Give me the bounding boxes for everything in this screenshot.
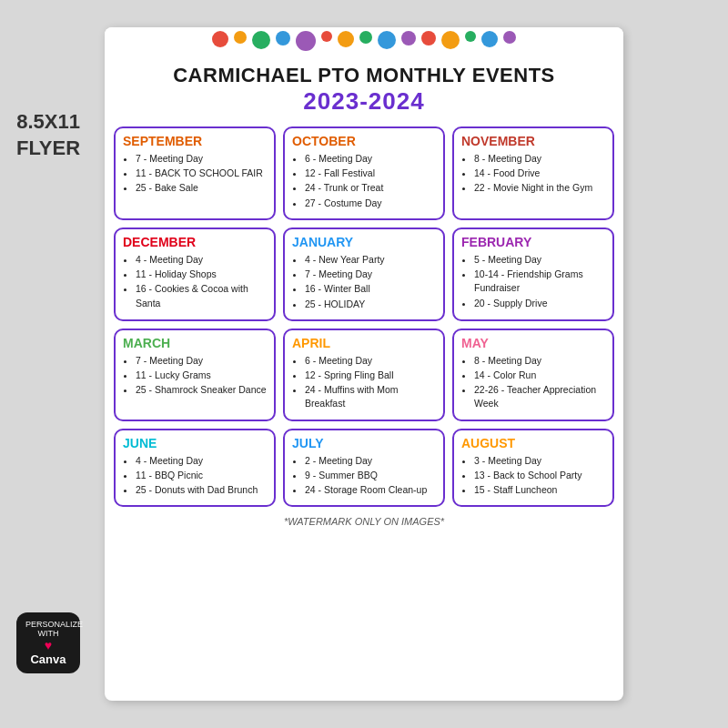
event-item: 15 - Staff Luncheon (474, 483, 605, 497)
flyer: CARMICHAEL PTO MONTHLY EVENTS 2023-2024 … (105, 27, 623, 701)
personalize-text: PERSONALIZE WITH (25, 620, 71, 638)
decoration-dot (338, 31, 354, 47)
month-box: SEPTEMBER7 - Meeting Day11 - BACK TO SCH… (114, 126, 276, 220)
event-item: 20 - Supply Drive (474, 297, 605, 310)
event-item: 11 - BACK TO SCHOOL FAIR (136, 167, 267, 180)
event-item: 4 - Meeting Day (136, 454, 267, 468)
event-item: 6 - Meeting Day (305, 354, 436, 368)
event-list: 4 - Meeting Day11 - Holiday Shops16 - Co… (123, 253, 267, 310)
month-name: MARCH (123, 336, 267, 350)
month-name: MAY (461, 336, 605, 350)
decoration-dot (503, 31, 516, 44)
month-name: DECEMBER (123, 235, 267, 249)
decoration-dot (481, 31, 498, 47)
event-list: 8 - Meeting Day14 - Color Run22-26 - Tea… (461, 354, 605, 411)
event-item: 12 - Spring Fling Ball (305, 369, 436, 382)
event-list: 6 - Meeting Day12 - Spring Fling Ball24 … (292, 354, 436, 411)
canva-text: Canva (25, 652, 71, 666)
event-item: 8 - Meeting Day (474, 152, 605, 166)
canva-badge: PERSONALIZE WITH ♥ Canva (16, 612, 80, 673)
size-label: 8.5X11 (16, 109, 80, 136)
watermark: *WATERMARK ONLY ON IMAGES* (105, 512, 623, 529)
type-label: FLYER (16, 136, 80, 162)
event-item: 11 - Lucky Grams (136, 369, 267, 382)
month-name: NOVEMBER (461, 134, 605, 148)
decoration-dot (252, 31, 270, 49)
month-box: FEBRUARY5 - Meeting Day10-14 - Friendshi… (452, 228, 614, 321)
decoration-dot (378, 31, 396, 49)
event-item: 25 - Shamrock Sneaker Dance (136, 383, 267, 397)
event-list: 2 - Meeting Day9 - Summer BBQ24 - Storag… (292, 454, 436, 498)
event-item: 27 - Costume Day (305, 197, 436, 210)
event-item: 11 - Holiday Shops (136, 268, 267, 281)
event-list: 4 - New Year Party7 - Meeting Day16 - Wi… (292, 253, 436, 311)
main-title: CARMICHAEL PTO MONTHLY EVENTS (114, 64, 614, 87)
decoration-dot (234, 31, 247, 44)
event-item: 14 - Food Drive (474, 167, 605, 180)
decoration-dot (321, 31, 332, 42)
event-item: 10-14 - Friendship Grams Fundraiser (474, 268, 605, 295)
event-item: 24 - Trunk or Treat (305, 181, 436, 195)
decoration-dot (296, 31, 316, 51)
event-item: 5 - Meeting Day (474, 253, 605, 267)
event-item: 9 - Summer BBQ (305, 469, 436, 482)
months-grid: SEPTEMBER7 - Meeting Day11 - BACK TO SCH… (105, 121, 623, 512)
event-item: 3 - Meeting Day (474, 454, 605, 468)
decoration-dot (212, 31, 228, 47)
event-list: 5 - Meeting Day10-14 - Friendship Grams … (461, 253, 605, 310)
decoration-dot (359, 31, 372, 44)
event-item: 25 - HOLIDAY (305, 298, 436, 311)
event-item: 6 - Meeting Day (305, 152, 436, 166)
month-box: OCTOBER6 - Meeting Day12 - Fall Festival… (283, 126, 445, 220)
event-item: 16 - Winter Ball (305, 282, 436, 296)
event-list: 7 - Meeting Day11 - Lucky Grams25 - Sham… (123, 354, 267, 398)
event-item: 22-26 - Teacher Appreciation Week (474, 383, 605, 410)
event-list: 8 - Meeting Day14 - Food Drive22 - Movie… (461, 152, 605, 196)
decoration-dot (276, 31, 290, 46)
event-item: 14 - Color Run (474, 369, 605, 382)
event-item: 7 - Meeting Day (136, 152, 267, 166)
event-item: 4 - Meeting Day (136, 253, 267, 267)
event-item: 7 - Meeting Day (305, 268, 436, 281)
month-box: JULY2 - Meeting Day9 - Summer BBQ24 - St… (283, 429, 445, 508)
event-list: 3 - Meeting Day13 - Back to School Party… (461, 454, 605, 498)
left-label: 8.5X11 FLYER (16, 109, 80, 161)
event-item: 11 - BBQ Picnic (136, 469, 267, 482)
month-box: DECEMBER4 - Meeting Day11 - Holiday Shop… (114, 228, 276, 321)
event-item: 22 - Movie Night in the Gym (474, 181, 605, 195)
month-box: APRIL6 - Meeting Day12 - Spring Fling Ba… (283, 329, 445, 421)
decoration-dot (401, 31, 416, 46)
month-name: JULY (292, 436, 436, 450)
header: CARMICHAEL PTO MONTHLY EVENTS 2023-2024 (105, 27, 623, 121)
decoration-dot (441, 31, 460, 49)
decoration-dot (465, 31, 476, 42)
event-item: 12 - Fall Festival (305, 167, 436, 180)
month-name: AUGUST (461, 436, 605, 450)
event-list: 4 - Meeting Day11 - BBQ Picnic25 - Donut… (123, 454, 267, 498)
event-item: 7 - Meeting Day (136, 354, 267, 368)
event-list: 7 - Meeting Day11 - BACK TO SCHOOL FAIR2… (123, 152, 267, 196)
month-name: SEPTEMBER (123, 134, 267, 148)
month-box: NOVEMBER8 - Meeting Day14 - Food Drive22… (452, 126, 614, 220)
decoration-dot (421, 31, 436, 46)
month-name: JANUARY (292, 235, 436, 249)
month-box: AUGUST3 - Meeting Day13 - Back to School… (452, 429, 614, 508)
heart-icon: ♥ (25, 638, 71, 652)
month-name: OCTOBER (292, 134, 436, 148)
month-name: JUNE (123, 436, 267, 450)
event-item: 13 - Back to School Party (474, 469, 605, 482)
sub-title: 2023-2024 (114, 87, 614, 116)
month-box: MARCH7 - Meeting Day11 - Lucky Grams25 -… (114, 329, 276, 421)
month-box: JUNE4 - Meeting Day11 - BBQ Picnic25 - D… (114, 429, 276, 508)
event-item: 2 - Meeting Day (305, 454, 436, 468)
event-item: 4 - New Year Party (305, 253, 436, 267)
month-name: FEBRUARY (461, 235, 605, 249)
event-item: 25 - Bake Sale (136, 181, 267, 195)
event-item: 16 - Cookies & Cocoa with Santa (136, 282, 267, 309)
event-item: 8 - Meeting Day (474, 354, 605, 368)
month-box: MAY8 - Meeting Day14 - Color Run22-26 - … (452, 329, 614, 421)
dots-row (105, 27, 623, 55)
event-item: 24 - Muffins with Mom Breakfast (305, 383, 436, 410)
month-name: APRIL (292, 336, 436, 350)
event-list: 6 - Meeting Day12 - Fall Festival24 - Tr… (292, 152, 436, 210)
